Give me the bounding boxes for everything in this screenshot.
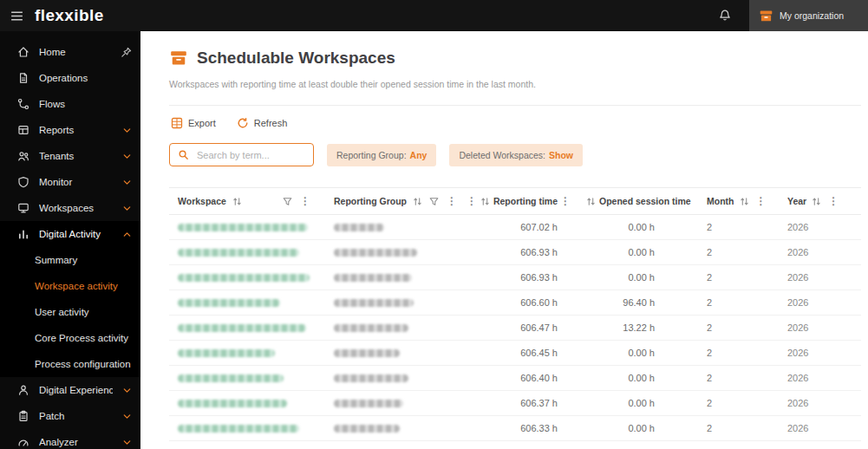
chevron-down-icon (122, 178, 132, 187)
sidebar-item-label: Summary (35, 255, 132, 265)
column-menu-icon[interactable]: ⋮ (445, 195, 459, 207)
pin-icon[interactable] (121, 47, 132, 58)
month-value: 2 (686, 272, 764, 283)
month-value: 2 (686, 247, 764, 257)
reporting-group-cell (312, 274, 464, 282)
sort-icon[interactable] (480, 196, 491, 207)
app: flexxible My organization HomeOperations… (0, 0, 868, 449)
page-subtitle: Workspaces with reporting time at least … (169, 79, 861, 89)
workspaces-table: Workspace ⋮ Reporting Group ⋮ ⋮ (169, 187, 861, 441)
opened-session-time-value: 0.00 h (573, 373, 686, 383)
column-header-opened-session-time[interactable]: Opened session time (573, 196, 686, 207)
column-menu-icon[interactable]: ⋮ (465, 195, 479, 207)
column-menu[interactable]: ⋮ (558, 195, 573, 207)
export-icon (171, 117, 183, 129)
sidebar-item-home[interactable]: Home (0, 39, 140, 65)
sidebar-item-workspaces[interactable]: Workspaces (0, 195, 140, 221)
filter-chip-value: Any (410, 150, 427, 160)
sidebar-item-analyzer[interactable]: Analyzer (0, 429, 140, 449)
sort-icon[interactable] (811, 196, 822, 207)
sort-icon[interactable] (232, 196, 243, 207)
sidebar-item-flows[interactable]: Flows (0, 91, 140, 117)
table-row[interactable]: 607.02 h0.00 h22026 (169, 215, 861, 240)
opened-session-time-value: 0.00 h (573, 398, 686, 408)
reporting-time-value: 606.33 h (480, 423, 558, 433)
column-header-reporting-time[interactable]: Reporting time (480, 196, 558, 207)
sidebar-item-operations[interactable]: Operations (0, 65, 140, 91)
sidebar-item-patch[interactable]: Patch (0, 403, 140, 429)
sidebar-item-monitor[interactable]: Monitor (0, 169, 140, 195)
table-body: 607.02 h0.00 h22026606.93 h0.00 h2202660… (169, 215, 861, 441)
reporting-group-cell (312, 299, 464, 307)
search-box[interactable] (169, 143, 314, 166)
opened-session-time-value: 0.00 h (573, 348, 686, 358)
sidebar-item-core-process-activity[interactable]: Core Process activity (0, 325, 140, 351)
column-menu-icon[interactable]: ⋮ (826, 195, 840, 207)
table-row[interactable]: 606.45 h0.00 h22026 (169, 341, 861, 366)
workspace-cell (169, 324, 312, 332)
sidebar-nav: HomeOperationsFlowsReportsTenantsMonitor… (0, 31, 140, 449)
sidebar-item-label: Tenants (39, 151, 113, 161)
sidebar-item-summary[interactable]: Summary (0, 247, 140, 273)
sidebar-item-label: Digital Activity (39, 229, 113, 239)
column-menu[interactable]: ⋮ (464, 195, 480, 207)
workspace-cell (169, 400, 312, 407)
redacted-reporting-group (334, 324, 408, 332)
sidebar-item-label: Process configuration (35, 359, 132, 369)
organization-selector[interactable]: My organization (749, 0, 868, 31)
table-row[interactable]: 606.93 h0.00 h22026 (169, 240, 861, 265)
year-value: 2026 (764, 247, 842, 257)
organization-icon (759, 9, 773, 23)
filter-funnel-icon[interactable] (428, 196, 440, 207)
export-button[interactable]: Export (171, 117, 216, 129)
workspace-cell (169, 349, 312, 357)
column-menu-icon[interactable]: ⋮ (298, 195, 312, 207)
column-header-month[interactable]: Month ⋮ (686, 195, 764, 207)
table-header: Workspace ⋮ Reporting Group ⋮ ⋮ (169, 187, 861, 215)
table-row[interactable]: 606.47 h13.22 h22026 (169, 316, 861, 341)
notifications-bell-icon[interactable] (718, 9, 732, 23)
menu-icon[interactable] (0, 9, 33, 23)
sort-icon[interactable] (739, 196, 750, 207)
reporting-group-cell (312, 324, 464, 332)
table-row[interactable]: 606.33 h0.00 h22026 (169, 416, 861, 441)
redacted-workspace-name (178, 349, 275, 357)
sidebar-item-label: Analyzer (39, 437, 113, 447)
filter-chip-deleted-workspaces[interactable]: Deleted Workspaces: Show (449, 144, 583, 166)
filter-chip-value: Show (549, 150, 573, 160)
patch-icon (17, 410, 29, 422)
sidebar-item-digital-experience[interactable]: Digital Experience (0, 377, 140, 403)
sort-icon[interactable] (585, 196, 597, 207)
month-value: 2 (686, 222, 764, 232)
column-label: Reporting Group (334, 196, 407, 206)
sidebar-item-digital-activity[interactable]: Digital Activity (0, 221, 140, 247)
column-label: Workspace (178, 196, 226, 206)
opened-session-time-value: 0.00 h (573, 423, 686, 433)
column-header-reporting-group[interactable]: Reporting Group ⋮ (312, 195, 464, 207)
column-menu-icon[interactable]: ⋮ (558, 195, 572, 207)
sidebar-item-process-configuration[interactable]: Process configuration (0, 351, 140, 377)
column-label: Month (707, 196, 734, 206)
filter-chip-reporting-group[interactable]: Reporting Group: Any (327, 144, 436, 166)
search-input[interactable] (195, 149, 305, 161)
filter-funnel-icon[interactable] (282, 196, 293, 207)
table-row[interactable]: 606.60 h96.40 h22026 (169, 290, 861, 316)
redacted-workspace-name (178, 400, 287, 407)
filter-chip-label: Reporting Group: (336, 150, 407, 160)
table-row[interactable]: 606.40 h0.00 h22026 (169, 366, 861, 391)
column-header-workspace[interactable]: Workspace ⋮ (169, 195, 312, 207)
refresh-button[interactable]: Refresh (237, 117, 288, 129)
sidebar-item-workspace-activity[interactable]: Workspace activity (0, 273, 140, 299)
column-header-year[interactable]: Year ⋮ (764, 195, 842, 207)
chevron-down-icon (122, 204, 132, 213)
filter-chip-label: Deleted Workspaces: (459, 150, 545, 160)
opened-session-time-value: 0.00 h (573, 272, 686, 283)
sidebar-item-label: Digital Experience (39, 385, 113, 395)
table-row[interactable]: 606.93 h0.00 h22026 (169, 265, 861, 290)
sidebar-item-tenants[interactable]: Tenants (0, 143, 140, 169)
sidebar-item-label: Flows (39, 99, 132, 109)
sidebar-item-reports[interactable]: Reports (0, 117, 140, 143)
sidebar-item-user-activity[interactable]: User activity (0, 299, 140, 325)
sort-icon[interactable] (412, 196, 423, 207)
table-row[interactable]: 606.37 h0.00 h22026 (169, 391, 861, 416)
